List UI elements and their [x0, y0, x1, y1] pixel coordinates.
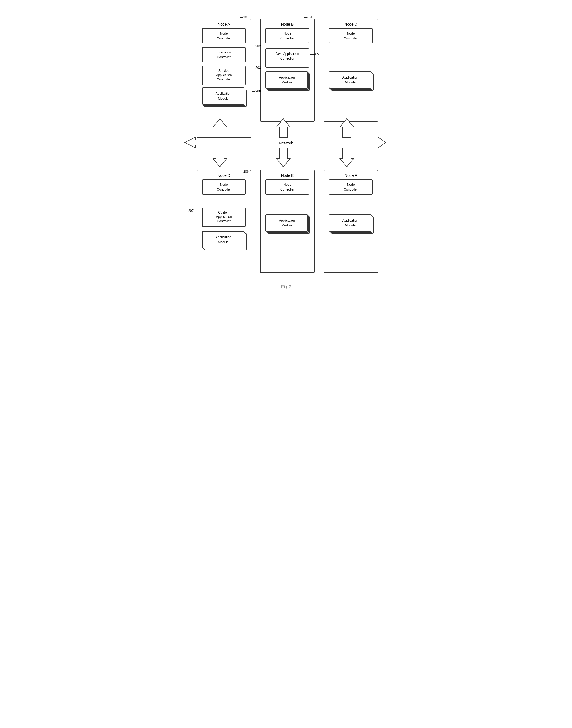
- ref-205: —205: [310, 52, 319, 56]
- node-d-label: Node D: [217, 173, 230, 178]
- svg-text:Application: Application: [216, 215, 232, 219]
- node-controller-a-box: [202, 28, 245, 43]
- svg-text:Module: Module: [345, 80, 356, 84]
- app-module-d-front: [202, 231, 244, 248]
- node-controller-d-text: Node: [220, 183, 228, 186]
- fig-caption: Fig 2: [281, 285, 291, 290]
- ref-201: —201: [240, 15, 249, 19]
- app-module-d-text: Application: [216, 235, 231, 239]
- svg-text:Module: Module: [281, 80, 292, 84]
- node-controller-e-text: Node: [284, 183, 291, 186]
- arrow-down-e: [277, 148, 290, 167]
- ref-204: —204: [303, 15, 312, 19]
- diagram-svg-container: Node A Node Controller Execution Control…: [181, 11, 391, 276]
- node-controller-f-text: Node: [347, 183, 355, 186]
- app-module-e-front: [266, 215, 308, 231]
- ref-206: —206: [240, 170, 249, 174]
- svg-text:Controller: Controller: [280, 57, 294, 61]
- node-c-label: Node C: [344, 22, 357, 26]
- app-module-a-text: Application: [216, 92, 231, 95]
- ref-208: —208: [252, 89, 261, 93]
- arrow-down-f: [340, 148, 354, 167]
- ref-202: —202: [252, 44, 261, 48]
- node-e-label: Node E: [281, 173, 294, 178]
- network-label: Network: [279, 141, 293, 145]
- svg-text:Controller: Controller: [344, 36, 358, 40]
- node-controller-d-box: [202, 179, 245, 194]
- execution-controller-a-box: [202, 47, 245, 62]
- svg-text:Controller: Controller: [217, 219, 231, 223]
- app-module-e-text: Application: [279, 219, 295, 223]
- fig-caption-text: Fig 2: [281, 285, 291, 289]
- ref-203: —203: [252, 66, 261, 70]
- ref-207: 207—: [188, 209, 197, 213]
- app-module-c-text: Application: [343, 76, 358, 79]
- svg-text:Controller: Controller: [344, 187, 358, 191]
- node-controller-b-text: Node: [284, 31, 291, 35]
- svg-text:Controller: Controller: [280, 36, 294, 40]
- node-a-label: Node A: [218, 22, 230, 26]
- node-controller-e-box: [266, 179, 309, 194]
- page-container: Node A Node Controller Execution Control…: [181, 11, 391, 290]
- service-app-controller-a-text: Service: [218, 69, 229, 73]
- app-module-b-front: [266, 72, 308, 88]
- custom-app-controller-d-text: Custom: [218, 211, 229, 214]
- svg-text:Application: Application: [216, 73, 232, 77]
- node-controller-c-text: Node: [347, 31, 355, 35]
- app-module-c-front: [329, 72, 371, 88]
- svg-text:Controller: Controller: [280, 187, 294, 191]
- arrow-down-d: [213, 148, 227, 167]
- node-f-label: Node F: [345, 173, 357, 178]
- svg-text:Module: Module: [345, 224, 356, 227]
- execution-controller-a-text: Execution: [217, 51, 231, 54]
- svg-text:Controller: Controller: [217, 77, 231, 81]
- svg-text:Controller: Controller: [217, 187, 231, 191]
- node-controller-c-box: [329, 28, 372, 43]
- app-module-a-front: [202, 88, 244, 104]
- node-controller-b-box: [266, 28, 309, 43]
- svg-text:Module: Module: [218, 240, 229, 244]
- svg-text:Controller: Controller: [217, 55, 231, 59]
- svg-text:Module: Module: [281, 224, 292, 227]
- node-b-label: Node B: [281, 22, 294, 26]
- node-controller-f-box: [329, 179, 372, 194]
- app-module-f-text: Application: [343, 219, 358, 223]
- node-controller-a-text: Node: [220, 31, 228, 35]
- svg-text:Module: Module: [218, 97, 229, 100]
- app-module-b-text: Application: [279, 76, 295, 79]
- java-app-controller-b-text: Java Application: [276, 52, 299, 56]
- svg-text:Controller: Controller: [217, 36, 231, 40]
- app-module-f-front: [329, 215, 371, 231]
